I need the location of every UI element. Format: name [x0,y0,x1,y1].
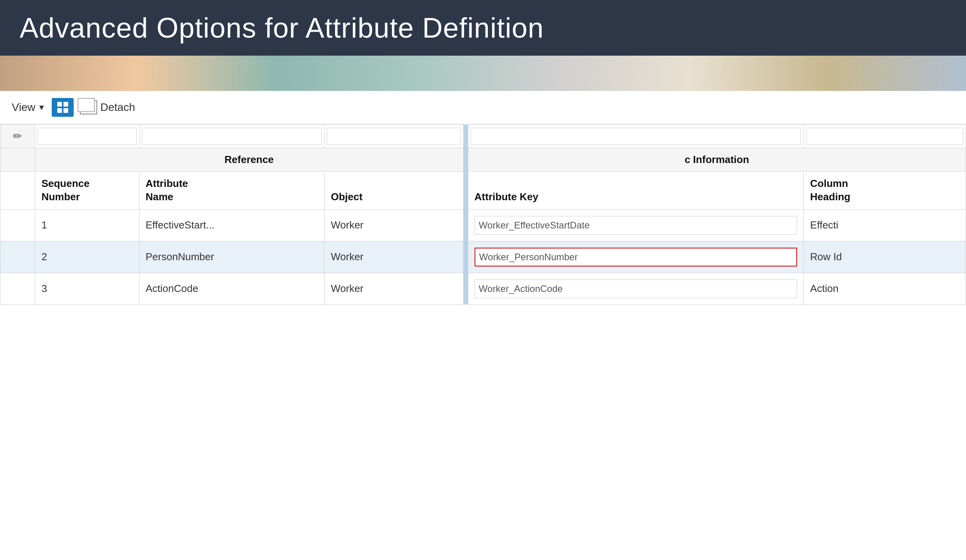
col-header-attr-key: Attribute Key [468,172,804,210]
row1-attr-key [468,209,804,241]
filter-row: ✏ [0,125,966,148]
row3-attr-name: ActionCode [139,273,324,304]
group-header-empty [0,148,35,172]
filter-attr-input[interactable] [142,128,322,145]
col-header-object: Object [324,172,464,210]
table-container: ✏ [0,124,966,305]
banner-strip [0,56,966,91]
edit-icon: ✏ [13,130,22,142]
col-divider [463,172,468,210]
row1-seq: 1 [35,209,139,241]
page-title: Advanced Options for Attribute Definitio… [20,12,544,44]
table-row: 3 ActionCode Worker Action [0,273,966,304]
row2-divider [463,241,468,273]
filter-colhead-input[interactable] [806,128,963,145]
detach-button[interactable]: Detach [80,100,135,114]
filter-seq-cell [35,125,139,148]
row2-col-heading: Row Id [804,241,966,273]
view-label: View [12,101,35,114]
table-body: 1 EffectiveStart... Worker Effecti 2 Per… [0,209,966,304]
group-header-row: Reference c Information [0,148,966,172]
col-header-attr-name: AttributeName [139,172,324,210]
row2-pencil [0,241,35,273]
row3-attr-key [468,273,804,304]
row2-seq: 2 [35,241,139,273]
row3-object: Worker [324,273,464,304]
group-divider [463,148,468,172]
filter-seq-input[interactable] [38,128,137,145]
row2-attr-key-input[interactable] [475,248,797,266]
filter-obj-cell [324,125,464,148]
row3-col-heading: Action [804,273,966,304]
toolbar: View ▼ Detach [0,91,966,124]
row1-object: Worker [324,209,464,241]
column-divider [463,125,468,148]
table-row: 2 PersonNumber Worker Row Id [0,241,966,273]
filter-attr-cell [139,125,324,148]
main-table: ✏ [0,124,966,305]
svg-rect-0 [57,102,62,107]
row3-pencil [0,273,35,304]
filter-obj-input[interactable] [327,128,461,145]
group-header-reference: Reference [35,148,463,172]
row1-pencil [0,209,35,241]
page-header: Advanced Options for Attribute Definitio… [0,0,966,56]
svg-rect-1 [63,102,68,107]
column-header-row: SequenceNumber AttributeName Object Attr… [0,172,966,210]
row3-seq: 3 [35,273,139,304]
row1-col-heading: Effecti [804,209,966,241]
detach-label: Detach [100,101,135,114]
toolbar-icon-button[interactable] [52,98,74,117]
row1-divider [463,209,468,241]
group-header-basic-info: c Information [468,148,966,172]
row2-attr-key [468,241,804,273]
row3-divider [463,273,468,304]
view-dropdown-button[interactable]: View ▼ [12,101,45,114]
col-header-col-heading: ColumnHeading [804,172,966,210]
row2-attr-name: PersonNumber [139,241,324,273]
svg-rect-3 [63,108,68,113]
col-header-empty [0,172,35,210]
filter-attrkey-input[interactable] [471,128,801,145]
chevron-down-icon: ▼ [38,103,45,112]
row1-attr-key-input[interactable] [475,216,797,235]
row3-attr-key-input[interactable] [475,279,797,298]
row2-object: Worker [324,241,464,273]
pencil-cell: ✏ [0,125,35,148]
table-row: 1 EffectiveStart... Worker Effecti [0,209,966,241]
detach-icon [80,100,97,114]
grid-icon [56,101,69,114]
filter-attrkey-cell [468,125,804,148]
row1-attr-name: EffectiveStart... [139,209,324,241]
col-header-seq: SequenceNumber [35,172,139,210]
filter-colhead-cell [804,125,966,148]
svg-rect-2 [57,108,62,113]
